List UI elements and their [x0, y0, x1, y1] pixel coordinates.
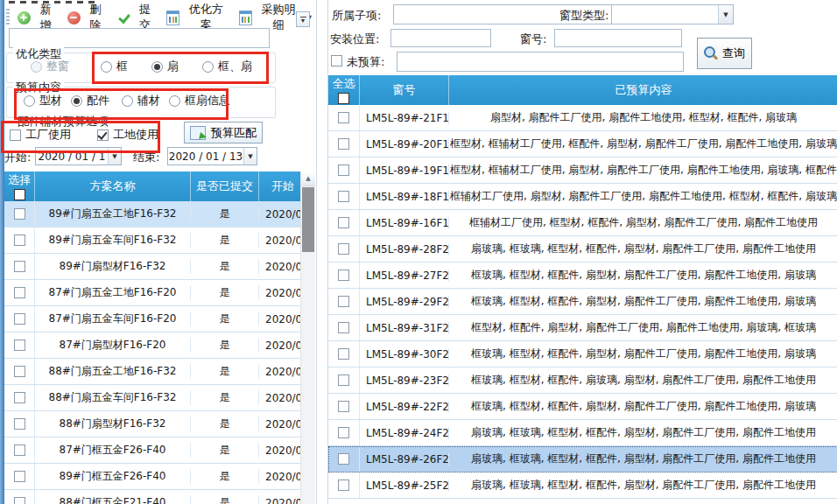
row-checkbox[interactable]	[14, 234, 25, 246]
start-date-cell: 2020/0	[259, 261, 301, 273]
table-row[interactable]: LM5L-89#-29F27 框玻璃, 框型材, 框配件, 扇型材, 扇配件工厂…	[328, 289, 837, 315]
window-no-cell: LM5L-89#-31F29	[360, 322, 449, 334]
row-checkbox[interactable]	[14, 444, 25, 456]
table-row[interactable]: LM5L-89#-19F17 框型材, 框辅材工厂使用, 扇型材, 扇配件工厂使…	[328, 158, 837, 184]
table-row[interactable]: LM5L-89#-24F22 扇玻璃, 框玻璃, 框型材, 框配件, 扇型材, …	[328, 420, 837, 446]
plans-table-body: 89#门扇五金工地F16-F32 是 2020/0 89#门扇五金车间F16-F…	[4, 201, 301, 504]
table-row[interactable]: LM5L-89#-28F26 扇玻璃, 框玻璃, 框型材, 框配件, 扇型材, …	[328, 236, 837, 262]
row-checkbox[interactable]	[338, 348, 349, 360]
row-checkbox[interactable]	[14, 471, 25, 482]
table-row[interactable]: LM5L-89#-27F25 框玻璃, 框型材, 框配件, 扇型材, 扇配件工厂…	[328, 262, 837, 289]
header-plan-name: 方案名称	[35, 172, 191, 201]
start-date-picker[interactable]: 2020 / 01 / 1 ▼	[35, 147, 122, 165]
start-date-value: 2020 / 01 / 1	[36, 148, 108, 164]
table-row[interactable]: LM5L-89#-18F16 框辅材工厂使用, 扇型材, 扇配件工厂使用, 扇配…	[328, 184, 837, 210]
radio-budget-0[interactable]: 型材	[24, 94, 62, 108]
table-row[interactable]: LM5L-89#-22F20 框玻璃, 框型材, 框配件, 扇型材, 扇配件工厂…	[328, 394, 837, 420]
row-checkbox[interactable]	[14, 208, 25, 220]
table-row[interactable]: 87#门扇型材F16-F20 是 2020/0	[4, 332, 301, 359]
row-checkbox[interactable]	[338, 138, 349, 150]
table-row[interactable]: LM5L-89#-31F29 框型材, 框配件, 扇型材, 扇配件工厂使用, 扇…	[328, 315, 837, 341]
chevron-down-icon[interactable]: ▼	[243, 148, 257, 164]
radio-budget-2[interactable]: 辅材	[122, 94, 160, 108]
window-no-cell: LM5L-89#-21F19	[360, 112, 449, 124]
row-checkbox[interactable]	[338, 374, 349, 386]
row-checkbox[interactable]	[14, 287, 25, 298]
row-checkbox[interactable]	[14, 366, 25, 377]
checkbox-usage-1[interactable]: 工地使用	[97, 128, 158, 142]
row-checkbox[interactable]	[338, 243, 349, 255]
table-row[interactable]: LM5L-89#-26F24 扇玻璃, 框玻璃, 框型材, 框配件, 扇型材, …	[328, 446, 837, 472]
no-budget-checkbox[interactable]	[331, 55, 342, 66]
table-row[interactable]: 87#门框五金F26-F40 是 2020/0	[4, 438, 301, 464]
row-checkbox[interactable]	[14, 392, 25, 403]
sheet-chart-icon	[166, 10, 179, 25]
table-row[interactable]: 89#门框五金F26-F40 是 2020/0	[4, 464, 301, 490]
radio-label: 配件	[87, 93, 109, 108]
table-row[interactable]: LM5L-89#-21F19 扇型材, 扇配件工厂使用, 扇配件工地使用, 框型…	[328, 105, 837, 131]
row-checkbox[interactable]	[338, 191, 349, 202]
toolbar-grip[interactable]	[6, 9, 10, 26]
budgeted-content-cell: 框辅材工厂使用, 扇型材, 扇配件工厂使用, 扇配件工地使用, 框型材, 框配件…	[449, 189, 837, 204]
row-checkbox[interactable]	[14, 313, 25, 325]
table-row[interactable]: LM5L-89#-16F15 框辅材工厂使用, 框型材, 框配件, 扇型材, 扇…	[328, 210, 837, 236]
table-row[interactable]: 88#门扇五金车间F16-F32 是 2020/0	[4, 385, 301, 411]
row-checkbox[interactable]	[338, 480, 349, 491]
row-checkbox[interactable]	[338, 270, 349, 281]
radio-opt-type-1[interactable]: 框	[101, 60, 128, 74]
install-position-input[interactable]	[390, 29, 491, 47]
scroll-up-icon[interactable]: ▲	[301, 172, 315, 186]
row-checkbox[interactable]	[14, 497, 25, 504]
chevron-down-icon[interactable]: ▼	[108, 148, 121, 164]
select-all-checkbox[interactable]	[338, 93, 349, 104]
table-row[interactable]: LM5L-89#-25F23 扇玻璃, 框玻璃, 框型材, 框配件, 扇型材, …	[328, 472, 837, 499]
table-row[interactable]: LM5L-89#-20F18 框型材, 框辅材工厂使用, 框配件, 扇型材, 扇…	[328, 131, 837, 158]
plan-filter-input[interactable]	[9, 28, 270, 48]
table-row[interactable]: 88#门扇型材F16-F32 是 2020/0	[4, 411, 301, 438]
query-button[interactable]: 查询	[697, 38, 752, 69]
budget-match-button[interactable]: 预算匹配	[184, 122, 263, 144]
plan-name-cell: 88#门扇五金车间F16-F32	[35, 390, 191, 405]
row-checkbox[interactable]	[338, 217, 349, 228]
radio-budget-1[interactable]: 配件	[71, 94, 109, 108]
end-date-picker[interactable]: 2020 / 01 / 13 ▼	[167, 147, 257, 165]
table-row[interactable]: 87#门扇五金车间F16-F20 是 2020/0	[4, 306, 301, 332]
start-date-cell: 2020/0	[259, 287, 301, 299]
table-row[interactable]: 89#门扇五金工地F16-F32 是 2020/0	[4, 201, 301, 228]
table-row[interactable]: LM5L-89#-30F28 框玻璃, 框型材, 框配件, 扇型材, 扇配件工厂…	[328, 341, 837, 368]
header-select-label: 选择	[8, 172, 31, 188]
row-checkbox[interactable]	[338, 401, 349, 412]
submitted-cell: 是	[191, 206, 259, 221]
row-checkbox[interactable]	[14, 261, 25, 272]
table-row[interactable]: 89#门扇五金车间F16-F32 是 2020/0	[4, 228, 301, 254]
row-checkbox[interactable]	[338, 112, 349, 123]
chevron-down-icon[interactable]: ▼	[718, 5, 733, 24]
plans-table: 选择 方案名称 是否已提交 开始 89#门扇五金工地F16-F32 是 2020…	[4, 172, 315, 504]
table-row[interactable]: 88#门扇五金工地F16-F32 是 2020/0	[4, 359, 301, 385]
row-checkbox[interactable]	[14, 418, 25, 430]
table-row[interactable]: 87#门扇五金工地F16-F20 是 2020/0	[4, 280, 301, 306]
radio-opt-type-3[interactable]: 框、扇	[202, 60, 252, 74]
window-no-input[interactable]	[554, 29, 682, 47]
right-panel: 所属子项: ▼ 窗型类型: ▼ 安装位置: 窗号: 查询 未预算: 全选 窗号 …	[327, 0, 837, 504]
row-checkbox[interactable]	[338, 322, 349, 333]
row-checkbox[interactable]	[338, 453, 349, 465]
row-checkbox[interactable]	[338, 427, 349, 438]
checkbox-usage-0[interactable]: 工厂使用	[10, 128, 71, 142]
scrollbar-thumb[interactable]	[302, 187, 314, 252]
row-checkbox[interactable]	[14, 340, 25, 351]
row-checkbox[interactable]	[338, 164, 349, 176]
select-all-checkbox[interactable]	[14, 189, 25, 200]
no-budget-input[interactable]	[397, 52, 684, 72]
window-no-cell: LM5L-89#-16F15	[360, 217, 449, 229]
table-row[interactable]: 89#门扇型材F16-F32 是 2020/0	[4, 254, 301, 280]
plan-name-cell: 88#门扇五金工地F16-F32	[35, 364, 191, 379]
radio-opt-type-2[interactable]: 扇	[151, 60, 179, 74]
table-row[interactable]: 88#门框五金F21-F40 是 2020/0	[4, 490, 301, 504]
row-checkbox[interactable]	[338, 296, 349, 307]
toolbar-overflow-button[interactable]: ▼	[296, 11, 310, 27]
window-type-select[interactable]: ▼	[611, 4, 734, 24]
table-row[interactable]: LM5L-89#-23F21 框玻璃, 框型材, 框配件, 扇玻璃, 扇型材, …	[328, 368, 837, 394]
plans-table-scrollbar[interactable]: ▲	[300, 172, 315, 504]
radio-budget-3[interactable]: 框扇信息	[169, 94, 230, 108]
